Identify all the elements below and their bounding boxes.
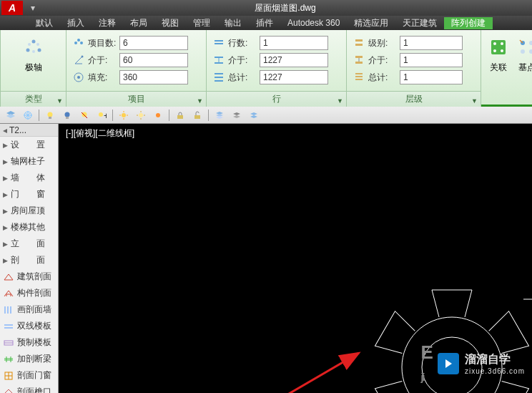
layer-stack-icon[interactable] [213,109,226,122]
menu-Autodesk 360[interactable]: Autodesk 360 [280,18,347,28]
lock-icon[interactable] [174,109,187,122]
sidebar-item-房间屋顶[interactable]: ▶房间屋顶 [0,203,58,219]
svg-rect-13 [215,57,223,58]
row-between-label: 介于: [228,54,257,67]
menu-阵列创建[interactable]: 阵列创建 [444,17,493,29]
sidebar-item-设　　置[interactable]: ▶设 置 [0,137,58,153]
menu-天正建筑[interactable]: 天正建筑 [395,17,444,29]
angle-between-input[interactable] [119,53,188,67]
sidebar-label: 加剖断梁 [17,353,51,365]
palette-tab[interactable]: ◂ T2... [0,124,58,137]
svg-rect-24 [355,79,363,80]
tool-palette: ◂ T2... ▶设 置▶轴网柱子▶墙 体▶门 窗▶房间屋顶▶楼梯其他▶立 面▶… [0,124,59,393]
sun-freeze-icon[interactable] [117,109,130,122]
sidebar-label: 轴网柱子 [11,155,45,168]
sidebar-item-剖　　面[interactable]: ▶剖 面 [0,252,58,268]
svg-point-10 [77,76,80,79]
sidebar-label: 构件剖面 [17,287,51,299]
sidebar-label: 剖 面 [11,254,45,266]
menu-插入[interactable]: 插入 [60,17,92,29]
sidebar-item-轴网柱子[interactable]: ▶轴网柱子 [0,153,58,170]
svg-point-33 [529,49,532,54]
item-count-input[interactable] [119,36,188,50]
layer-freeze-icon[interactable] [21,109,34,122]
sidebar-item-立　　面[interactable]: ▶立 面 [0,236,58,252]
bulb-plus-icon[interactable]: + [95,109,108,122]
sun-thaw-icon[interactable] [134,109,147,122]
fill-angle-input[interactable] [119,70,188,84]
level-between-input[interactable] [400,53,463,67]
watermark-bg-text: Eji [421,341,432,386]
panel-expand-icon[interactable]: ▼ [471,97,478,105]
level-count-input[interactable] [400,36,463,50]
sidebar-item-剖面门窗[interactable]: 剖面门窗 [0,367,58,384]
unlock-icon[interactable] [191,109,204,122]
panel-expand-icon[interactable]: ▼ [56,97,63,105]
level-total-input[interactable] [400,70,463,84]
sidebar-item-墙　　体[interactable]: ▶墙 体 [0,170,58,186]
layer-manage-icon[interactable] [4,109,17,122]
qat-dropdown-icon[interactable]: ▾ [27,2,39,14]
level-total-label: 总计: [368,72,397,84]
app-icon[interactable]: A [1,1,23,15]
svg-point-7 [77,39,80,42]
chevron-right-icon: ▶ [3,142,8,149]
ribbon: 极轴 类型 ▼ 项目数: 介于: 填充: 项目 ▼ [0,30,532,107]
associative-icon [487,36,510,59]
panel-title-levels: 层级 [347,91,481,107]
menu-注释[interactable]: 注释 [92,17,123,29]
panel-expand-icon[interactable]: ▼ [197,97,203,105]
menu-默认[interactable]: 默认 [29,17,60,29]
svg-point-8 [80,42,83,44]
play-icon [438,353,459,374]
bulb-toggle-icon[interactable] [78,109,91,122]
svg-point-37 [65,112,70,117]
row-total-label: 总计: [228,72,257,84]
layer-stack3-icon[interactable] [247,109,260,122]
basepoint-icon [516,36,532,59]
row-between-input[interactable] [260,53,328,67]
svg-text:+: + [104,111,107,120]
sidebar-item-楼梯其他[interactable]: ▶楼梯其他 [0,219,58,236]
sidebar-item-双线楼板[interactable]: 双线楼板 [0,318,58,334]
sidebar-item-预制楼板[interactable]: 预制楼板 [0,334,58,351]
svg-point-43 [139,113,143,117]
basepoint-button[interactable]: 基点 [514,33,532,77]
chevron-right-icon: ▶ [3,257,8,264]
sidebar-item-建筑剖面[interactable]: 建筑剖面 [0,268,58,285]
palette-tab-label: T2... [9,125,26,135]
sidebar-label: 楼梯其他 [11,221,45,233]
row-total-input[interactable] [260,70,328,84]
menu-插件[interactable]: 插件 [249,17,280,29]
panel-expand-icon[interactable]: ▼ [337,97,343,105]
bulb-on-icon[interactable] [44,109,56,122]
sidebar-item-剖面檐口[interactable]: 剖面檐口 [0,384,58,393]
angle-between-label: 介于: [88,54,117,67]
sidebar-item-画剖面墙[interactable]: 画剖面墙 [0,301,58,318]
svg-point-0 [31,40,35,44]
menu-输出[interactable]: 输出 [217,17,249,29]
bulb-off-icon[interactable] [61,109,74,122]
sidebar-label: 墙 体 [11,172,45,184]
svg-point-42 [122,113,126,117]
sidebar-item-加剖断梁[interactable]: 加剖断梁 [0,351,58,367]
menu-视图[interactable]: 视图 [154,17,186,29]
row-count-input[interactable] [260,36,328,50]
chevron-right-icon: ▶ [3,241,8,248]
drawing-canvas[interactable]: [-][俯视][二维线框] 字 字 [59,124,532,393]
menu-精选应用[interactable]: 精选应用 [347,17,395,29]
associative-button[interactable]: 关联 [484,33,513,77]
polar-array-button[interactable]: 极轴 [15,33,52,77]
tool-icon [3,288,14,299]
layer-stack2-icon[interactable] [230,109,243,122]
sidebar-item-门　　窗[interactable]: ▶门 窗 [0,186,58,203]
sidebar-item-构件剖面[interactable]: 构件剖面 [0,285,58,301]
sun-all-icon[interactable] [152,109,164,122]
level-between-icon [353,54,365,67]
svg-rect-19 [355,44,363,46]
menu-布局[interactable]: 布局 [123,17,154,29]
row-count-icon [212,37,225,49]
chevron-right-icon: ▶ [3,158,8,165]
view-label[interactable]: [-][俯视][二维线框] [63,127,137,140]
menu-管理[interactable]: 管理 [186,17,217,29]
